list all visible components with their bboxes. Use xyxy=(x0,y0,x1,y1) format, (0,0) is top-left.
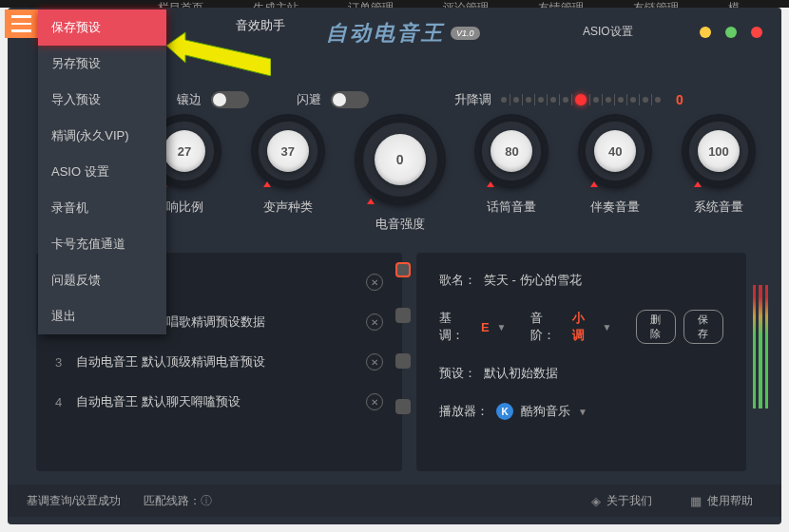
player-value: 酷狗音乐 xyxy=(521,403,570,420)
dodge-switch-label: 闪避 xyxy=(297,91,321,108)
preset-selector[interactable] xyxy=(395,308,411,323)
knob-row: 27响比例37变声种类0电音强度80话筒音量40伴奏音量100系统音量 xyxy=(150,117,753,233)
preset-name: 自动电音王 默认顶级精调电音预设 xyxy=(76,353,356,370)
dropdown-item[interactable]: 另存预设 xyxy=(38,46,166,82)
player-label: 播放器： xyxy=(439,403,489,420)
scale-label: 音阶： xyxy=(530,310,565,344)
top-tab[interactable]: 模 xyxy=(722,0,745,8)
key-value: E xyxy=(481,320,490,334)
knob-value: 40 xyxy=(594,130,636,172)
main-dropdown-menu: 保存预设另存预设导入预设精调(永久VIP)ASIO 设置录音机卡号充值通道问题反… xyxy=(38,10,166,334)
top-tab[interactable]: 友链管理 xyxy=(627,0,684,8)
match-label: 匹配线路： xyxy=(144,494,201,507)
save-button[interactable]: 保存 xyxy=(683,310,723,344)
vu-meter xyxy=(753,285,768,408)
top-tab[interactable]: 栏目首页 xyxy=(152,0,209,8)
preset-selector-column xyxy=(395,262,411,414)
footer: 基调查询/设置成功 匹配线路：ⓘ ◈ 关于我们 ▦ 使用帮助 xyxy=(8,484,781,517)
dropdown-item[interactable]: 卡号充值通道 xyxy=(38,226,166,262)
song-label: 歌名： xyxy=(439,272,476,289)
preset-delete-icon[interactable]: ✕ xyxy=(366,314,383,331)
preset-row[interactable]: 3自动电音王 默认顶级精调电音预设✕ xyxy=(36,342,402,382)
window-controls xyxy=(700,27,762,38)
preset-selector[interactable] xyxy=(395,262,411,277)
preset-value: 默认初始数据 xyxy=(484,365,558,382)
dropdown-item[interactable]: 保存预设 xyxy=(38,10,166,46)
knob-value: 80 xyxy=(491,130,532,172)
kugou-icon: K xyxy=(496,403,513,420)
knob[interactable]: 40伴奏音量 xyxy=(581,117,649,233)
knob-label: 变声种类 xyxy=(263,199,313,216)
info-icon: ◈ xyxy=(591,494,601,508)
about-link[interactable]: ◈ 关于我们 xyxy=(591,493,652,509)
hamburger-menu-button[interactable] xyxy=(5,10,38,38)
asio-settings-link[interactable]: ASIO设置 xyxy=(583,24,633,40)
preset-selector[interactable] xyxy=(395,399,411,414)
key-label: 基调： xyxy=(439,310,473,344)
dropdown-item[interactable]: 问题反馈 xyxy=(38,262,166,298)
border-switch-label: 镶边 xyxy=(177,91,202,108)
preset-row[interactable]: 4自动电音王 默认聊天嘚嗑预设✕ xyxy=(36,382,402,422)
switch-row: 镶边 闪避 xyxy=(177,91,369,108)
dropdown-item[interactable]: ASIO 设置 xyxy=(38,154,166,190)
top-tabs: 栏目首页生成主站订单管理评论管理友情管理友链管理模 xyxy=(0,0,789,8)
minimize-dot[interactable] xyxy=(700,27,711,38)
knob-label: 响比例 xyxy=(166,199,203,216)
preset-label: 预设： xyxy=(439,365,476,382)
top-tab[interactable]: 评论管理 xyxy=(437,0,494,8)
top-tab[interactable]: 生成主站 xyxy=(247,0,304,8)
delete-button[interactable]: 删除 xyxy=(636,310,676,344)
scale-dropdown-icon[interactable]: ▼ xyxy=(602,322,611,332)
close-dot[interactable] xyxy=(751,27,762,38)
semitone-track[interactable] xyxy=(501,94,661,105)
version-badge: V1.0 xyxy=(451,27,480,40)
annotation-arrow xyxy=(166,28,271,76)
knob-label: 电音强度 xyxy=(375,216,425,233)
border-switch[interactable] xyxy=(211,91,249,108)
semitone-value: 0 xyxy=(676,92,683,107)
knob-label: 系统音量 xyxy=(694,199,743,216)
knob[interactable]: 100系统音量 xyxy=(684,117,753,233)
preset-selector[interactable] xyxy=(395,353,411,369)
detail-panel: 歌名： 笑天 - 伤心的雪花 基调： E ▼ 音阶： 小调 ▼ 删除 保存 预设… xyxy=(416,253,746,471)
top-tab[interactable]: 订单管理 xyxy=(342,0,399,8)
knob-label: 伴奏音量 xyxy=(590,199,640,216)
knob-value: 27 xyxy=(164,130,205,172)
preset-delete-icon[interactable]: ✕ xyxy=(366,353,383,370)
dropdown-item[interactable]: 导入预设 xyxy=(38,82,166,118)
semitone-label: 升降调 xyxy=(454,91,491,108)
dropdown-item[interactable]: 录音机 xyxy=(38,190,166,226)
dropdown-item[interactable]: 退出 xyxy=(38,298,166,334)
knob-value: 0 xyxy=(375,134,426,185)
preset-delete-icon[interactable]: ✕ xyxy=(366,274,383,291)
maximize-dot[interactable] xyxy=(725,27,737,38)
preset-name: 自动电音王 默认聊天嘚嗑预设 xyxy=(76,393,356,410)
info-icon[interactable]: ⓘ xyxy=(201,494,212,507)
knob-value: 100 xyxy=(698,130,740,172)
knob[interactable]: 37变声种类 xyxy=(254,117,322,233)
top-tab[interactable]: 友情管理 xyxy=(532,0,589,8)
knob[interactable]: 0电音强度 xyxy=(357,117,443,233)
preset-number: 3 xyxy=(55,355,67,370)
knob[interactable]: 80话筒音量 xyxy=(477,117,546,233)
knob-value: 37 xyxy=(267,130,309,172)
dodge-switch[interactable] xyxy=(331,91,369,108)
help-link[interactable]: ▦ 使用帮助 xyxy=(690,493,753,509)
svg-marker-0 xyxy=(166,32,271,76)
key-dropdown-icon[interactable]: ▼ xyxy=(497,322,507,332)
song-name: 笑天 - 伤心的雪花 xyxy=(484,272,582,289)
app-logo: 自动电音王 xyxy=(326,19,445,48)
help-icon: ▦ xyxy=(690,494,702,508)
scale-value: 小调 xyxy=(572,310,595,344)
semitone-control[interactable]: 升降调 0 xyxy=(454,91,683,108)
dropdown-item[interactable]: 精调(永久VIP) xyxy=(38,118,166,154)
preset-delete-icon[interactable]: ✕ xyxy=(366,393,383,410)
knob-label: 话筒音量 xyxy=(487,199,536,216)
preset-number: 4 xyxy=(55,395,67,409)
status-text: 基调查询/设置成功 xyxy=(27,493,121,509)
player-dropdown-icon[interactable]: ▼ xyxy=(578,407,587,417)
